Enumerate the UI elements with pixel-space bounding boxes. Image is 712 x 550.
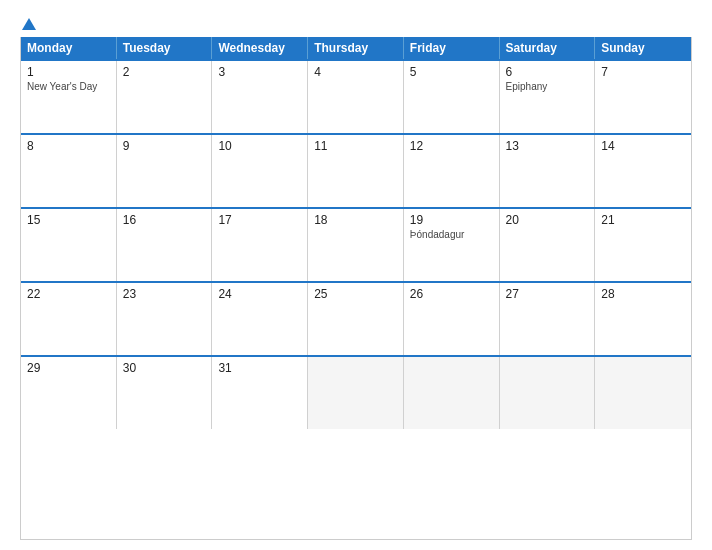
day-number: 27 xyxy=(506,287,589,301)
calendar: MondayTuesdayWednesdayThursdayFridaySatu… xyxy=(20,37,692,540)
day-number: 6 xyxy=(506,65,589,79)
day-number: 9 xyxy=(123,139,206,153)
calendar-day-9: 9 xyxy=(117,135,213,207)
calendar-day-23: 23 xyxy=(117,283,213,355)
day-number: 3 xyxy=(218,65,301,79)
day-number: 26 xyxy=(410,287,493,301)
day-number: 10 xyxy=(218,139,301,153)
day-number: 5 xyxy=(410,65,493,79)
calendar-day-empty xyxy=(500,357,596,429)
calendar-page: MondayTuesdayWednesdayThursdayFridaySatu… xyxy=(0,0,712,550)
day-number: 7 xyxy=(601,65,685,79)
weekday-header-thursday: Thursday xyxy=(308,37,404,59)
day-number: 4 xyxy=(314,65,397,79)
weekday-header-wednesday: Wednesday xyxy=(212,37,308,59)
calendar-day-7: 7 xyxy=(595,61,691,133)
weekday-header-tuesday: Tuesday xyxy=(117,37,213,59)
calendar-day-16: 16 xyxy=(117,209,213,281)
weekday-header-friday: Friday xyxy=(404,37,500,59)
day-number: 17 xyxy=(218,213,301,227)
day-number: 30 xyxy=(123,361,206,375)
calendar-day-19: 19Þóndadagur xyxy=(404,209,500,281)
day-event: Þóndadagur xyxy=(410,229,493,240)
logo xyxy=(20,18,36,31)
day-event: Epiphany xyxy=(506,81,589,92)
calendar-day-1: 1New Year's Day xyxy=(21,61,117,133)
calendar-day-3: 3 xyxy=(212,61,308,133)
day-number: 1 xyxy=(27,65,110,79)
calendar-day-21: 21 xyxy=(595,209,691,281)
day-number: 16 xyxy=(123,213,206,227)
calendar-day-26: 26 xyxy=(404,283,500,355)
day-number: 20 xyxy=(506,213,589,227)
calendar-day-15: 15 xyxy=(21,209,117,281)
calendar-day-20: 20 xyxy=(500,209,596,281)
day-number: 13 xyxy=(506,139,589,153)
calendar-day-11: 11 xyxy=(308,135,404,207)
day-number: 28 xyxy=(601,287,685,301)
day-number: 15 xyxy=(27,213,110,227)
day-number: 22 xyxy=(27,287,110,301)
day-number: 21 xyxy=(601,213,685,227)
weekday-header-monday: Monday xyxy=(21,37,117,59)
calendar-day-10: 10 xyxy=(212,135,308,207)
day-event: New Year's Day xyxy=(27,81,110,92)
calendar-day-12: 12 xyxy=(404,135,500,207)
weekday-header-sunday: Sunday xyxy=(595,37,691,59)
weekday-header-saturday: Saturday xyxy=(500,37,596,59)
calendar-day-14: 14 xyxy=(595,135,691,207)
calendar-day-8: 8 xyxy=(21,135,117,207)
logo-triangle-icon xyxy=(22,18,36,30)
day-number: 8 xyxy=(27,139,110,153)
calendar-day-31: 31 xyxy=(212,357,308,429)
calendar-day-30: 30 xyxy=(117,357,213,429)
calendar-day-29: 29 xyxy=(21,357,117,429)
calendar-header xyxy=(20,18,692,31)
calendar-week-3: 1516171819Þóndadagur2021 xyxy=(21,207,691,281)
day-number: 12 xyxy=(410,139,493,153)
calendar-day-17: 17 xyxy=(212,209,308,281)
calendar-day-2: 2 xyxy=(117,61,213,133)
logo-blue-text xyxy=(20,18,36,31)
day-number: 11 xyxy=(314,139,397,153)
calendar-day-22: 22 xyxy=(21,283,117,355)
calendar-day-5: 5 xyxy=(404,61,500,133)
calendar-body: 1New Year's Day23456Epiphany789101112131… xyxy=(21,59,691,429)
day-number: 2 xyxy=(123,65,206,79)
calendar-day-27: 27 xyxy=(500,283,596,355)
day-number: 24 xyxy=(218,287,301,301)
calendar-day-25: 25 xyxy=(308,283,404,355)
day-number: 19 xyxy=(410,213,493,227)
calendar-day-28: 28 xyxy=(595,283,691,355)
day-number: 29 xyxy=(27,361,110,375)
day-number: 18 xyxy=(314,213,397,227)
calendar-day-24: 24 xyxy=(212,283,308,355)
calendar-day-empty xyxy=(595,357,691,429)
calendar-day-18: 18 xyxy=(308,209,404,281)
calendar-day-6: 6Epiphany xyxy=(500,61,596,133)
day-number: 31 xyxy=(218,361,301,375)
day-number: 23 xyxy=(123,287,206,301)
day-number: 25 xyxy=(314,287,397,301)
calendar-week-1: 1New Year's Day23456Epiphany7 xyxy=(21,59,691,133)
calendar-day-empty xyxy=(308,357,404,429)
day-number: 14 xyxy=(601,139,685,153)
calendar-week-4: 22232425262728 xyxy=(21,281,691,355)
calendar-week-5: 293031 xyxy=(21,355,691,429)
calendar-day-empty xyxy=(404,357,500,429)
calendar-day-13: 13 xyxy=(500,135,596,207)
calendar-weekday-header: MondayTuesdayWednesdayThursdayFridaySatu… xyxy=(21,37,691,59)
calendar-week-2: 891011121314 xyxy=(21,133,691,207)
calendar-day-4: 4 xyxy=(308,61,404,133)
